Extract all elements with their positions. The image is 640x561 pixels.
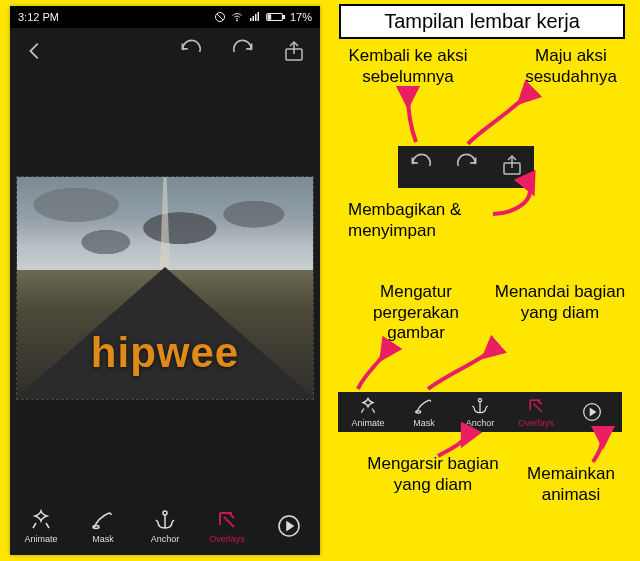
tool-label: Animate (24, 534, 57, 544)
svg-point-11 (163, 511, 167, 515)
share-icon (500, 153, 524, 181)
back-button[interactable] (24, 40, 46, 66)
tool-overlays[interactable]: Overlays (199, 508, 255, 544)
watermark: hipwee (17, 329, 313, 377)
svg-rect-2 (250, 18, 252, 21)
snippet-play (568, 402, 616, 422)
label-share: Membagikan & menyimpan (348, 200, 508, 241)
battery-icon (266, 11, 286, 23)
svg-rect-4 (255, 14, 257, 21)
tutorial-canvas: 3:12 PM 17% (0, 0, 640, 561)
battery-pct: 17% (290, 11, 312, 23)
editing-image[interactable]: hipwee (16, 176, 314, 400)
status-bar: 3:12 PM 17% (10, 6, 320, 28)
dnd-icon (214, 11, 226, 23)
tool-anchor[interactable]: Anchor (137, 508, 193, 544)
undo-icon (408, 152, 434, 182)
snippet-animate: Animate (344, 396, 392, 428)
bottom-toolbar: Animate Mask Anchor Overlays (10, 497, 320, 555)
status-time: 3:12 PM (18, 11, 59, 23)
panel-title: Tampilan lembar kerja (339, 4, 625, 39)
svg-point-1 (236, 20, 237, 21)
tool-mask[interactable]: Mask (75, 508, 131, 544)
top-bar (10, 28, 320, 78)
svg-rect-7 (283, 16, 284, 19)
explanation-panel: Tampilan lembar kerja Kembali ke aksi se… (328, 4, 636, 557)
label-play: Memainkan animasi (506, 464, 636, 505)
label-anchor: Mengarsir bagian yang diam (358, 454, 508, 495)
svg-rect-5 (257, 12, 259, 21)
phone-frame: 3:12 PM 17% (10, 6, 320, 555)
status-right: 17% (214, 11, 312, 23)
svg-rect-8 (268, 15, 271, 19)
tool-label: Mask (92, 534, 114, 544)
snippet-overlays: Overlays (512, 396, 560, 428)
undo-button[interactable] (178, 38, 204, 68)
work-area[interactable]: hipwee (10, 78, 320, 497)
tool-label: Overlays (209, 534, 245, 544)
svg-rect-3 (252, 16, 254, 21)
label-animate: Mengatur pergerakan gambar (346, 282, 486, 344)
tool-label: Anchor (151, 534, 180, 544)
snippet-anchor: Anchor (456, 396, 504, 428)
tool-play[interactable] (261, 514, 317, 538)
tool-animate[interactable]: Animate (13, 508, 69, 544)
label-mask: Menandai bagian yang diam (490, 282, 630, 323)
label-undo: Kembali ke aksi sebelumnya (328, 46, 488, 87)
signal-icon (248, 11, 262, 23)
wifi-icon (230, 11, 244, 23)
redo-button[interactable] (230, 38, 256, 68)
svg-point-15 (478, 399, 481, 402)
share-button[interactable] (282, 39, 306, 67)
toolbar-snippet: Animate Mask Anchor Overlays (338, 392, 622, 432)
redo-icon (454, 152, 480, 182)
topbar-snippet (398, 146, 534, 188)
snippet-mask: Mask (400, 396, 448, 428)
label-redo: Maju aksi sesudahnya (506, 46, 636, 87)
